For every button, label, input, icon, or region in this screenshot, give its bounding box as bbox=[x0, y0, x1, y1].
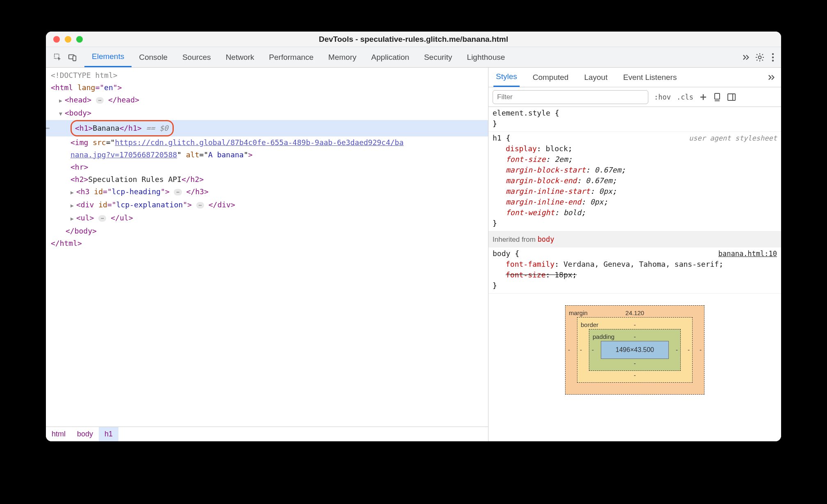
user-agent-note: user agent stylesheet bbox=[689, 133, 777, 143]
svg-point-6 bbox=[772, 59, 774, 61]
styles-filter-bar: :hov .cls bbox=[488, 87, 781, 107]
element-style-rule[interactable]: element.style { } bbox=[488, 107, 781, 132]
settings-icon[interactable] bbox=[755, 52, 765, 62]
html-open-tag[interactable]: <html lang="en"> bbox=[51, 83, 122, 92]
node-actions-icon[interactable]: ⋯ bbox=[46, 122, 50, 134]
h3-node[interactable]: ▶<h3 id="lcp-heading"> ⋯ </h3> bbox=[46, 186, 488, 199]
styles-rules[interactable]: element.style { } user agent stylesheeth… bbox=[488, 107, 781, 441]
tab-lighthouse[interactable]: Lighthouse bbox=[459, 47, 512, 67]
minimize-window-button[interactable] bbox=[65, 36, 71, 43]
css-property[interactable]: font-size: 2em; bbox=[493, 154, 777, 165]
tab-elements[interactable]: Elements bbox=[84, 47, 132, 67]
inspect-element-icon[interactable] bbox=[53, 53, 62, 62]
subtab-event-listeners[interactable]: Event Listeners bbox=[620, 68, 679, 87]
css-property[interactable]: font-family: Verdana, Geneva, Tahoma, sa… bbox=[493, 259, 777, 270]
main-toolbar: ElementsConsoleSourcesNetworkPerformance… bbox=[46, 47, 781, 68]
tab-application[interactable]: Application bbox=[364, 47, 417, 67]
more-tabs-icon[interactable] bbox=[742, 54, 751, 61]
inherited-from-header: Inherited from body bbox=[488, 232, 781, 247]
css-property[interactable]: font-size: 18px; bbox=[493, 270, 777, 280]
doctype-node[interactable]: <!DOCTYPE html> bbox=[51, 71, 118, 79]
hr-node[interactable]: <hr> bbox=[70, 163, 88, 171]
css-property[interactable]: margin-inline-start: 0px; bbox=[493, 186, 777, 197]
tab-network[interactable]: Network bbox=[218, 47, 262, 67]
window-titlebar: DevTools - speculative-rules.glitch.me/b… bbox=[46, 32, 781, 47]
css-property[interactable]: margin-inline-end: 0px; bbox=[493, 197, 777, 207]
breadcrumb-html[interactable]: html bbox=[46, 427, 71, 441]
new-style-rule-icon[interactable] bbox=[699, 93, 707, 101]
body-close-tag[interactable]: </body> bbox=[66, 227, 97, 235]
selected-h1-node[interactable]: ⋯ <h1>Banana</h1> == $0 bbox=[46, 120, 488, 136]
tab-sources[interactable]: Sources bbox=[175, 47, 218, 67]
window-controls bbox=[46, 36, 83, 43]
tab-security[interactable]: Security bbox=[417, 47, 460, 67]
img-node[interactable]: <img src="https://cdn.glitch.global/87b4… bbox=[46, 136, 456, 161]
close-window-button[interactable] bbox=[53, 36, 60, 43]
breadcrumb-body[interactable]: body bbox=[71, 427, 99, 441]
subtab-layout[interactable]: Layout bbox=[582, 68, 610, 87]
css-property[interactable]: font-weight: bold; bbox=[493, 207, 777, 218]
ul-node[interactable]: ▶<ul> ⋯ </ul> bbox=[46, 212, 488, 225]
subtab-styles[interactable]: Styles bbox=[493, 68, 520, 87]
breadcrumb-h1[interactable]: h1 bbox=[99, 427, 118, 441]
box-model-diagram[interactable]: margin 24.120 - - border - - - - bbox=[488, 294, 781, 395]
svg-rect-2 bbox=[73, 56, 76, 61]
styles-panel: StylesComputedLayoutEvent Listeners :hov… bbox=[488, 68, 781, 441]
head-tag[interactable]: <head> bbox=[65, 95, 91, 104]
toggle-sidebar-icon[interactable] bbox=[727, 93, 736, 101]
h2-node[interactable]: <h2>Speculation Rules API</h2> bbox=[46, 173, 488, 186]
svg-point-4 bbox=[772, 53, 774, 54]
styles-filter-input[interactable] bbox=[493, 90, 648, 104]
zoom-window-button[interactable] bbox=[76, 36, 83, 43]
svg-point-5 bbox=[772, 56, 774, 58]
svg-point-3 bbox=[759, 56, 761, 59]
tab-performance[interactable]: Performance bbox=[261, 47, 321, 67]
device-toolbar-icon[interactable] bbox=[68, 53, 77, 62]
body-rule[interactable]: banana.html:10body { font-family: Verdan… bbox=[488, 247, 781, 294]
cls-button[interactable]: .cls bbox=[677, 93, 693, 101]
tab-console[interactable]: Console bbox=[132, 47, 175, 67]
css-property[interactable]: margin-block-start: 0.67em; bbox=[493, 165, 777, 175]
kebab-menu-icon[interactable] bbox=[771, 52, 775, 62]
window-title: DevTools - speculative-rules.glitch.me/b… bbox=[46, 35, 781, 44]
css-property[interactable]: display: block; bbox=[493, 143, 777, 154]
css-property[interactable]: margin-block-end: 0.67em; bbox=[493, 175, 777, 186]
collapse-arrow-icon[interactable]: ▼ bbox=[59, 108, 64, 120]
sidebar-tabs: StylesComputedLayoutEvent Listeners bbox=[488, 68, 781, 87]
dom-tree[interactable]: <!DOCTYPE html> <html lang="en"> ▶<head>… bbox=[46, 68, 488, 427]
expand-arrow-icon[interactable]: ▶ bbox=[59, 95, 64, 107]
tab-memory[interactable]: Memory bbox=[321, 47, 364, 67]
elements-panel: <!DOCTYPE html> <html lang="en"> ▶<head>… bbox=[46, 68, 488, 441]
svg-rect-8 bbox=[728, 94, 735, 100]
breadcrumb: htmlbodyh1 bbox=[46, 427, 488, 441]
computed-styles-toggle-icon[interactable] bbox=[713, 93, 721, 102]
body-open-tag[interactable]: <body> bbox=[65, 109, 91, 117]
hov-button[interactable]: :hov bbox=[654, 93, 671, 101]
svg-rect-7 bbox=[715, 93, 720, 99]
ellipsis-pill[interactable]: ⋯ bbox=[96, 97, 104, 104]
html-close-tag[interactable]: </html> bbox=[51, 239, 82, 247]
box-model-content: 1496×43.500 bbox=[601, 341, 669, 359]
subtab-computed[interactable]: Computed bbox=[530, 68, 571, 87]
div-node[interactable]: ▶<div id="lcp-explanation"> ⋯ </div> bbox=[46, 199, 488, 212]
devtools-window: DevTools - speculative-rules.glitch.me/b… bbox=[46, 32, 781, 441]
more-sidebar-tabs-icon[interactable] bbox=[767, 74, 776, 81]
source-link[interactable]: banana.html:10 bbox=[718, 248, 777, 259]
h1-rule[interactable]: user agent stylesheeth1 { display: block… bbox=[488, 132, 781, 232]
main-tabs: ElementsConsoleSourcesNetworkPerformance… bbox=[84, 47, 738, 67]
